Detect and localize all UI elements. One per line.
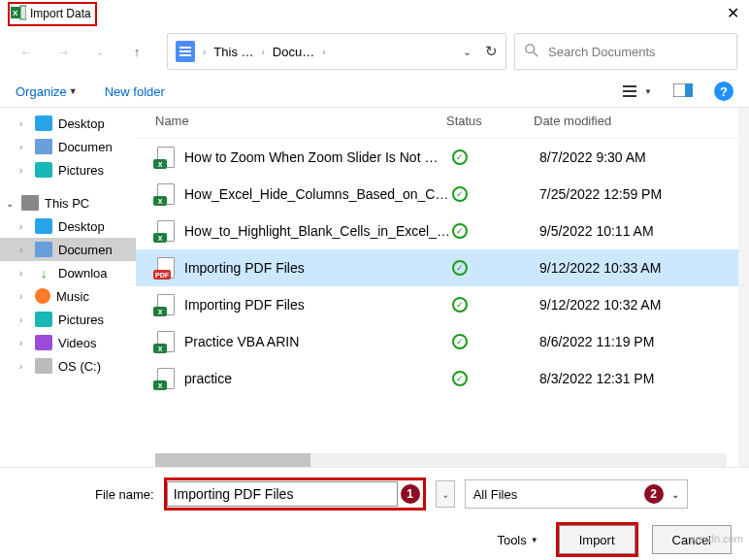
- file-date: 9/12/2022 10:33 AM: [539, 260, 727, 276]
- file-row[interactable]: Xpractice✓8/3/2022 12:31 PM: [136, 360, 738, 397]
- video-icon: [35, 335, 52, 350]
- chevron-down-icon: ⌄: [6, 198, 16, 209]
- title-highlight: X Import Data: [8, 2, 97, 26]
- col-date[interactable]: Date modified: [534, 114, 727, 128]
- address-dropdown-icon[interactable]: ⌄: [463, 46, 472, 58]
- tree-item-downloa[interactable]: ›↓Downloa: [0, 261, 136, 284]
- sync-status-icon: ✓: [452, 186, 539, 202]
- search-placeholder: Search Documents: [548, 45, 656, 59]
- organize-label: Organize: [16, 84, 67, 99]
- file-row[interactable]: XHow_to_Highlight_Blank_Cells_in_Excel_V…: [136, 213, 738, 249]
- tree-item-documen[interactable]: ›Documen: [0, 135, 136, 158]
- file-row[interactable]: XPractice VBA ARIN✓8/6/2022 11:19 PM: [136, 323, 738, 360]
- desktop-icon: [35, 115, 52, 131]
- file-date: 7/25/2022 12:59 PM: [539, 186, 727, 202]
- new-folder-button[interactable]: New folder: [105, 84, 165, 99]
- tree-item-desktop[interactable]: ›Desktop: [0, 112, 136, 135]
- file-row[interactable]: XImporting PDF Files✓9/12/2022 10:32 AM: [136, 286, 738, 323]
- sync-status-icon: ✓: [452, 223, 539, 239]
- filename-highlight: 1: [164, 478, 426, 511]
- file-header: Name Status Date modified: [136, 108, 738, 139]
- watermark: wsxdn.com: [690, 533, 743, 544]
- organize-button[interactable]: Organize ▼: [16, 84, 78, 99]
- col-name[interactable]: Name: [155, 114, 446, 128]
- excel-icon: X: [11, 5, 26, 23]
- chevron-down-icon: ⌄: [671, 489, 679, 500]
- dropdown-icon: ▼: [69, 86, 78, 96]
- tree-item-pictures[interactable]: ›Pictures: [0, 308, 136, 331]
- tree-label: Pictures: [58, 163, 104, 178]
- tree-item-documen[interactable]: ›Documen: [0, 238, 136, 261]
- excel-file-icon: X: [155, 220, 177, 242]
- tree-item-videos[interactable]: ›Videos: [0, 331, 136, 354]
- filename-input[interactable]: [167, 481, 398, 507]
- filename-label: File name:: [95, 487, 154, 502]
- sync-status-icon: ✓: [452, 297, 539, 313]
- tree-label: Pictures: [58, 313, 104, 327]
- pic-icon: [35, 162, 52, 178]
- tree-item-desktop[interactable]: ›Desktop: [0, 214, 136, 238]
- horizontal-scrollbar[interactable]: [155, 453, 727, 467]
- close-icon[interactable]: ✕: [727, 4, 739, 22]
- tree-label: Documen: [58, 140, 113, 154]
- up-button[interactable]: ↑: [122, 37, 151, 66]
- doc-icon: [35, 242, 52, 257]
- search-icon: [525, 44, 538, 60]
- tree-item-music[interactable]: ›Music: [0, 284, 136, 308]
- tree-item-pictures[interactable]: ›Pictures: [0, 158, 136, 181]
- back-button[interactable]: ←: [12, 37, 41, 66]
- callout-2: 2: [644, 484, 664, 504]
- help-icon[interactable]: ?: [714, 82, 733, 101]
- breadcrumb-2[interactable]: Docu…: [273, 45, 314, 59]
- file-date: 9/12/2022 10:32 AM: [539, 297, 727, 313]
- chevron-icon: ›: [19, 268, 29, 279]
- sync-status-icon: ✓: [452, 260, 539, 276]
- doc-icon: [35, 139, 52, 154]
- sync-status-icon: ✓: [452, 334, 539, 349]
- excel-file-icon: X: [155, 147, 177, 168]
- svg-rect-1: [20, 6, 26, 19]
- dialog-body: ›Desktop›Documen›Pictures⌄This PC›Deskto…: [0, 108, 749, 467]
- chevron-icon: ›: [19, 361, 29, 372]
- tree-label: Videos: [58, 336, 97, 350]
- file-date: 8/3/2022 12:31 PM: [539, 371, 727, 386]
- chevron-right-icon: ›: [322, 47, 325, 57]
- window-title: Import Data: [30, 7, 91, 20]
- view-mode-button[interactable]: ▼: [623, 84, 652, 98]
- svg-rect-9: [685, 83, 693, 97]
- svg-text:X: X: [13, 9, 18, 17]
- dropdown-icon: ▼: [531, 536, 538, 544]
- nav-bar: ← → ⌄ ↑ › This … › Docu… › ⌄ ↻ Search Do…: [0, 27, 749, 76]
- file-name: How_to_Highlight_Blank_Cells_in_Excel_V…: [184, 223, 452, 239]
- search-box[interactable]: Search Documents: [514, 33, 737, 70]
- tree-label: Desktop: [58, 219, 105, 234]
- file-row[interactable]: PDFImporting PDF Files✓9/12/2022 10:33 A…: [136, 249, 738, 286]
- tree-label: Downloa: [58, 266, 108, 280]
- file-row[interactable]: XHow to Zoom When Zoom Slider Is Not …✓8…: [136, 139, 738, 176]
- file-row[interactable]: XHow_Excel_Hide_Columns_Based_on_Cell…✓7…: [136, 176, 738, 213]
- filename-history-dropdown[interactable]: ⌄: [436, 480, 455, 508]
- file-type-filter[interactable]: All Files 2 ⌄: [465, 479, 688, 509]
- chevron-right-icon: ›: [203, 47, 206, 57]
- sync-status-icon: ✓: [452, 371, 539, 386]
- address-bar[interactable]: › This … › Docu… › ⌄ ↻: [167, 33, 506, 70]
- folder-type-icon: [176, 41, 195, 62]
- breadcrumb-1[interactable]: This …: [213, 45, 253, 59]
- forward-button[interactable]: →: [49, 37, 78, 66]
- file-name: How_Excel_Hide_Columns_Based_on_Cell…: [184, 186, 452, 202]
- dialog-footer: File name: 1 ⌄ All Files 2 ⌄ Tools ▼ Imp…: [0, 467, 749, 560]
- refresh-icon[interactable]: ↻: [485, 43, 498, 60]
- col-status[interactable]: Status: [446, 114, 534, 128]
- import-button[interactable]: Import: [559, 525, 635, 554]
- preview-pane-button[interactable]: [673, 83, 693, 100]
- tools-dropdown[interactable]: Tools ▼: [497, 533, 537, 547]
- chevron-icon: ›: [19, 142, 29, 152]
- file-date: 8/7/2022 9:30 AM: [539, 149, 727, 165]
- pc-icon: [21, 195, 39, 211]
- scroll-thumb[interactable]: [155, 453, 310, 467]
- recent-dropdown[interactable]: ⌄: [85, 37, 114, 66]
- tree-item-os (c:)[interactable]: ›OS (C:): [0, 354, 136, 378]
- tree-label: Desktop: [58, 116, 105, 131]
- tree-item-thispc[interactable]: ⌄This PC: [0, 191, 136, 214]
- chevron-icon: ›: [19, 314, 29, 325]
